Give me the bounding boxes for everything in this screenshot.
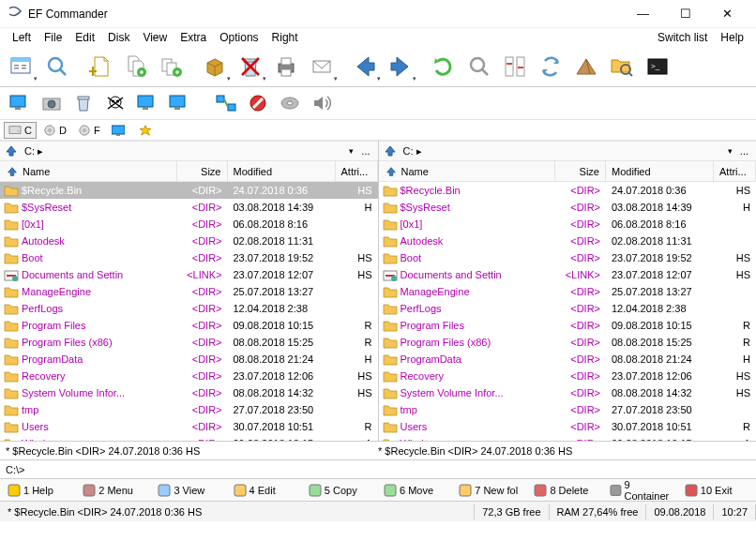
file-row[interactable]: PerfLogs<DIR>12.04.2018 2:38 <box>379 300 757 317</box>
delete-button[interactable]: ▾ <box>233 49 268 84</box>
pack-button[interactable]: ▾ <box>197 49 233 84</box>
up-button[interactable] <box>383 144 398 158</box>
compare-button[interactable] <box>497 49 533 84</box>
network-button[interactable] <box>210 89 242 117</box>
file-row[interactable]: Documents and Settin<LINK>23.07.2018 12:… <box>379 266 757 283</box>
col-attr[interactable]: Attri... <box>714 161 756 181</box>
forward-button[interactable]: ▾ <box>383 49 418 84</box>
file-row[interactable]: $Recycle.Bin<DIR>24.07.2018 0:36HS <box>379 182 757 199</box>
new-file-button[interactable] <box>83 49 118 84</box>
path-more[interactable]: ... <box>736 145 752 157</box>
col-modified[interactable]: Modified <box>228 161 336 181</box>
fn-menu[interactable]: 2 Menu <box>79 482 150 499</box>
file-row[interactable]: ManageEngine<DIR>25.07.2018 13:27 <box>379 283 757 300</box>
maximize-button[interactable]: ☐ <box>664 1 706 27</box>
desktop-drive[interactable] <box>107 122 132 139</box>
file-row[interactable]: Boot<DIR>23.07.2018 19:52HS <box>0 249 378 266</box>
menu-view[interactable]: View <box>136 29 174 46</box>
file-row[interactable]: Documents and Settin<LINK>23.07.2018 12:… <box>0 266 378 283</box>
pyramid-button[interactable] <box>568 49 604 84</box>
up-button[interactable] <box>4 144 19 158</box>
new-window-button[interactable]: ▾ <box>4 49 39 84</box>
file-row[interactable]: [0x1]<DIR>06.08.2018 8:16 <box>379 216 757 233</box>
copy-file-button[interactable] <box>118 49 154 84</box>
fn-exit[interactable]: 10 Exit <box>681 482 752 499</box>
minimize-button[interactable]: — <box>622 1 664 27</box>
find-folder-button[interactable] <box>604 49 640 84</box>
fn-container[interactable]: 9 Container <box>606 477 677 503</box>
file-list[interactable]: $Recycle.Bin<DIR>24.07.2018 0:36HS$SysRe… <box>0 182 378 441</box>
fn-delete[interactable]: 8 Delete <box>530 482 601 499</box>
path-display[interactable]: C: ▸ <box>23 145 345 158</box>
menu-right[interactable]: Right <box>265 29 305 46</box>
block-button[interactable] <box>242 89 274 117</box>
sync-button[interactable] <box>533 49 568 84</box>
file-row[interactable]: Autodesk<DIR>02.08.2018 11:31 <box>379 233 757 249</box>
file-list[interactable]: $Recycle.Bin<DIR>24.07.2018 0:36HS$SysRe… <box>379 182 757 441</box>
path-dropdown[interactable]: ▾ <box>724 146 736 156</box>
recycle-button[interactable] <box>68 89 99 117</box>
file-row[interactable]: Users<DIR>30.07.2018 10:51R <box>379 418 757 435</box>
menu-file[interactable]: File <box>38 29 68 46</box>
close-button[interactable]: ✕ <box>706 1 748 27</box>
drive-c[interactable]: C <box>4 122 37 139</box>
file-row[interactable]: ManageEngine<DIR>25.07.2018 13:27 <box>0 283 378 300</box>
menu-extra[interactable]: Extra <box>174 29 213 46</box>
file-row[interactable]: tmp<DIR>27.07.2018 23:50 <box>379 401 757 418</box>
file-row[interactable]: Program Files (x86)<DIR>08.08.2018 15:25… <box>0 334 378 351</box>
file-row[interactable]: [0x1]<DIR>06.08.2018 8:16 <box>0 216 378 233</box>
path-display[interactable]: C: ▸ <box>401 145 724 158</box>
menu-disk[interactable]: Disk <box>101 29 136 46</box>
back-button[interactable]: ▾ <box>347 49 383 84</box>
sound-button[interactable] <box>306 89 338 117</box>
col-size[interactable]: Size <box>177 161 228 181</box>
fn-move[interactable]: 6 Move <box>380 482 451 499</box>
col-attr[interactable]: Attri... <box>336 161 378 181</box>
fn-edit[interactable]: 4 Edit <box>230 482 301 499</box>
group-add-button[interactable] <box>154 49 189 84</box>
command-line[interactable]: C:\> <box>0 459 756 478</box>
menu-help[interactable]: Help <box>714 29 750 46</box>
file-row[interactable]: Program Files (x86)<DIR>08.08.2018 15:25… <box>379 334 757 351</box>
disk-button[interactable] <box>274 89 306 117</box>
favorites-drive[interactable] <box>134 122 159 139</box>
file-row[interactable]: Boot<DIR>23.07.2018 19:52HS <box>379 249 757 266</box>
file-row[interactable]: tmp<DIR>27.07.2018 23:50 <box>0 401 378 418</box>
file-row[interactable]: Windows<DIR>09.08.2018 10:15A <box>379 435 757 441</box>
fn-help[interactable]: 1 Help <box>4 482 75 499</box>
file-row[interactable]: Recovery<DIR>23.07.2018 12:06HS <box>0 368 378 384</box>
file-row[interactable]: $SysReset<DIR>03.08.2018 14:39H <box>0 199 378 216</box>
screen3-button[interactable] <box>163 89 195 117</box>
file-row[interactable]: System Volume Infor...<DIR>08.08.2018 14… <box>0 384 378 401</box>
col-name[interactable]: Name <box>0 161 177 181</box>
screen2-button[interactable] <box>131 89 163 117</box>
file-row[interactable]: Recovery<DIR>23.07.2018 12:06HS <box>379 368 757 384</box>
file-row[interactable]: PerfLogs<DIR>12.04.2018 2:38 <box>0 300 378 317</box>
search-button[interactable] <box>39 49 75 84</box>
file-row[interactable]: ProgramData<DIR>08.08.2018 21:24H <box>379 351 757 368</box>
menu-left[interactable]: Left <box>6 29 38 46</box>
find-button[interactable] <box>461 49 497 84</box>
file-row[interactable]: Windows<DIR>09.08.2018 10:15A <box>0 435 378 441</box>
skull-button[interactable] <box>99 89 131 117</box>
col-size[interactable]: Size <box>555 161 606 181</box>
fn-newfolder[interactable]: 7 New fol <box>455 482 526 499</box>
file-row[interactable]: $SysReset<DIR>03.08.2018 14:39H <box>379 199 757 216</box>
fn-copy[interactable]: 5 Copy <box>305 482 376 499</box>
camera-button[interactable] <box>36 89 68 117</box>
col-modified[interactable]: Modified <box>606 161 714 181</box>
file-row[interactable]: Autodesk<DIR>02.08.2018 11:31 <box>0 233 378 249</box>
menu-edit[interactable]: Edit <box>68 29 101 46</box>
file-row[interactable]: Program Files<DIR>09.08.2018 10:15R <box>0 317 378 334</box>
screen1-button[interactable] <box>4 89 36 117</box>
fn-view[interactable]: 3 View <box>154 482 225 499</box>
refresh-button[interactable] <box>426 49 461 84</box>
path-dropdown[interactable]: ▾ <box>345 146 357 156</box>
drive-f[interactable]: F <box>73 122 105 139</box>
print-button[interactable] <box>268 49 304 84</box>
file-row[interactable]: ProgramData<DIR>08.08.2018 21:24H <box>0 351 378 368</box>
mail-button[interactable]: ▾ <box>304 49 340 84</box>
menu-switch-list[interactable]: Switch list <box>651 29 714 46</box>
file-row[interactable]: Program Files<DIR>09.08.2018 10:15R <box>379 317 757 334</box>
col-name[interactable]: Name <box>379 161 556 181</box>
